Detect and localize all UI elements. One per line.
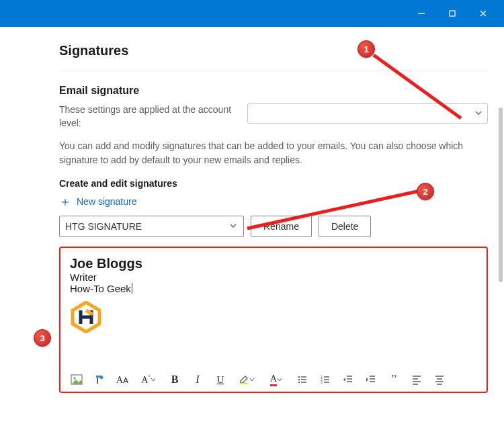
italic-button[interactable]: I <box>191 373 204 386</box>
htg-logo-icon <box>70 301 102 333</box>
numbered-list-icon[interactable]: 123 <box>319 373 332 386</box>
svg-point-5 <box>298 376 300 378</box>
bold-button[interactable]: B <box>168 373 181 386</box>
delete-button[interactable]: Delete <box>319 216 371 237</box>
format-painter-icon[interactable] <box>93 373 106 386</box>
bulleted-list-icon[interactable] <box>296 373 309 386</box>
new-signature-button[interactable]: ＋ New signature <box>59 196 137 208</box>
account-dropdown[interactable] <box>247 103 488 124</box>
underline-button[interactable]: U <box>214 373 227 386</box>
annotation-badge-2: 2 <box>417 183 434 200</box>
editor-toolbar: Aᴀ A° B I U A <box>70 369 477 388</box>
window-titlebar <box>0 0 504 27</box>
font-color-icon[interactable]: A <box>266 373 286 386</box>
align-center-icon[interactable] <box>433 373 446 386</box>
close-button[interactable] <box>468 0 499 27</box>
svg-rect-4 <box>240 383 248 384</box>
quote-icon[interactable]: ” <box>387 373 401 386</box>
page-title: Signatures <box>59 27 488 71</box>
scrollbar[interactable] <box>499 107 503 423</box>
svg-point-3 <box>74 378 76 380</box>
signature-editor-body[interactable]: Joe Bloggs Writer How-To Geek <box>70 256 477 369</box>
signature-company-line: How-To Geek <box>70 283 477 294</box>
change-case-icon[interactable]: Aᴀ <box>116 373 129 386</box>
outdent-icon[interactable] <box>341 373 355 386</box>
content-area: 1 2 3 Signatures Email signature These s… <box>0 27 504 434</box>
font-size-icon[interactable]: A° <box>138 373 159 386</box>
svg-point-7 <box>298 382 300 383</box>
indent-icon[interactable] <box>364 373 378 386</box>
maximize-button[interactable] <box>437 0 468 27</box>
signature-select-value: HTG SIGNATURE <box>65 221 142 232</box>
svg-rect-0 <box>450 11 455 16</box>
signature-editor: Joe Bloggs Writer How-To Geek <box>59 247 488 393</box>
signature-select[interactable]: HTG SIGNATURE <box>59 216 244 237</box>
section-email-signature: Email signature <box>59 85 488 97</box>
account-level-label: These settings are applied at the accoun… <box>59 103 234 130</box>
svg-point-6 <box>298 379 300 380</box>
rename-button[interactable]: Rename <box>251 216 312 237</box>
scrollbar-thumb[interactable] <box>499 107 503 282</box>
plus-icon: ＋ <box>59 196 71 208</box>
highlight-icon[interactable] <box>237 373 257 386</box>
chevron-down-icon <box>474 108 483 120</box>
minimize-button[interactable] <box>406 0 437 27</box>
align-left-icon[interactable] <box>410 373 423 386</box>
annotation-badge-1: 1 <box>358 40 375 58</box>
annotation-badge-3: 3 <box>34 329 51 347</box>
signatures-description: You can add and modify signatures that c… <box>59 139 488 167</box>
chevron-down-icon <box>228 221 238 232</box>
signature-title-line: Writer <box>70 271 477 283</box>
signature-name: Joe Bloggs <box>70 256 477 271</box>
svg-text:3: 3 <box>321 380 323 384</box>
new-signature-label: New signature <box>77 196 137 207</box>
insert-image-icon[interactable] <box>70 373 83 386</box>
